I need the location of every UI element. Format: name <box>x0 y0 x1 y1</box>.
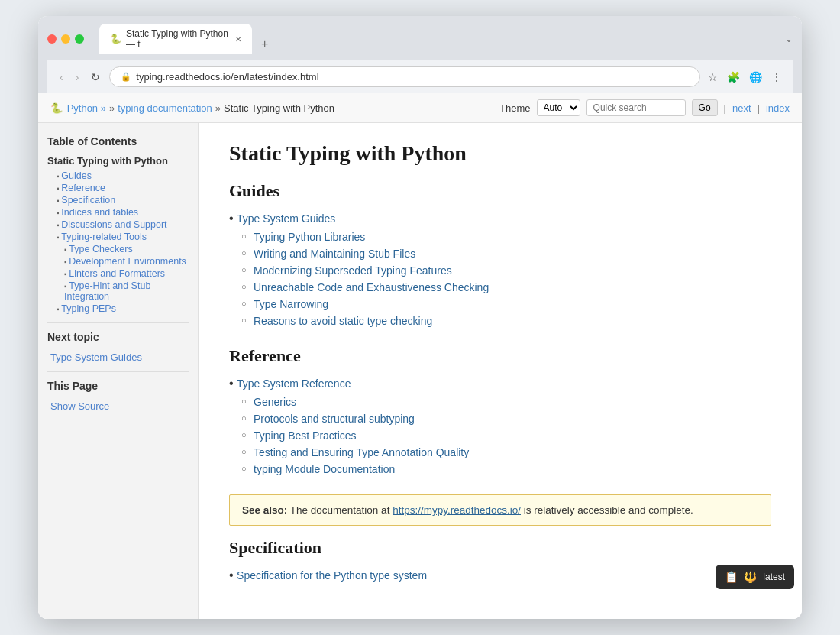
see-also-text2: is relatively accessible and complete. <box>524 504 693 516</box>
menu-button[interactable]: ⋮ <box>770 70 783 85</box>
refresh-button[interactable]: ↻ <box>88 70 103 85</box>
sidebar-item-discussions[interactable]: Discussions and Support <box>47 219 189 231</box>
bookmark-button[interactable]: ☆ <box>706 70 719 85</box>
python-favicon: 🐍 <box>50 102 63 114</box>
search-input[interactable] <box>586 99 686 116</box>
minimize-button[interactable] <box>61 34 70 44</box>
protocols-link[interactable]: Protocols and structural subtyping <box>254 413 415 425</box>
modernizing-link[interactable]: Modernizing Superseded Typing Features <box>254 264 452 277</box>
sidebar-item-indices[interactable]: Indices and tables <box>47 206 189 219</box>
show-source-link[interactable]: Show Source <box>47 400 189 413</box>
back-button[interactable]: ‹ <box>57 70 66 85</box>
sidebar-section-next: Next topic Type System Guides <box>47 331 189 364</box>
specification-list: Specification for the Python type system <box>229 569 771 582</box>
tab-favicon: 🐍 <box>110 34 121 44</box>
see-also-box: See also: The documentation at https://m… <box>229 494 771 526</box>
browser-chrome: 🐍 Static Typing with Python — t ✕ + ⌄ ‹ … <box>38 16 802 93</box>
topbar-right: Theme Auto Light Dark Go | next | index <box>499 99 790 116</box>
browser-more-button[interactable]: ⌄ <box>785 34 793 44</box>
next-topic-link[interactable]: Type System Guides <box>47 351 189 364</box>
sidebar-item-typing-tools[interactable]: Typing-related Tools <box>47 231 189 243</box>
main-content: Static Typing with Python Guides Type Sy… <box>199 123 802 619</box>
list-item-type-system-ref: Type System Reference Generics Protocols… <box>229 377 771 476</box>
typing-best-practices-link[interactable]: Typing Best Practices <box>254 429 357 442</box>
theme-select[interactable]: Auto Light Dark <box>537 99 580 116</box>
breadcrumb-python[interactable]: 🐍 Python » <box>50 102 106 114</box>
sidebar-item-dev-envs[interactable]: Development Environments <box>47 255 189 267</box>
new-tab-button[interactable]: + <box>255 34 274 54</box>
guides-list: Type System Guides Typing Python Librari… <box>229 212 771 328</box>
type-system-guides-link[interactable]: Type System Guides <box>237 212 335 225</box>
typing-module-link[interactable]: typing Module Documentation <box>254 463 395 475</box>
list-item-unreachable: Unreachable Code and Exhaustiveness Chec… <box>241 280 771 294</box>
sidebar-static-typing: Static Typing with Python <box>47 155 189 167</box>
sidebar-item-type-hint-stub[interactable]: Type-Hint and Stub Integration <box>47 280 189 303</box>
profile-button[interactable]: 🌐 <box>748 70 764 85</box>
breadcrumb-sep2: » <box>215 102 221 114</box>
index-link[interactable]: index <box>766 102 790 114</box>
badge-icon2: 🔱 <box>744 571 757 583</box>
address-bar[interactable]: 🔒 typing.readthedocs.io/en/latest/index.… <box>109 66 700 87</box>
list-item-stub-files: Writing and Maintaining Stub Files <box>241 247 771 261</box>
stub-files-link[interactable]: Writing and Maintaining Stub Files <box>254 248 415 260</box>
type-narrowing-link[interactable]: Type Narrowing <box>254 298 328 310</box>
list-item-generics: Generics <box>241 395 771 409</box>
type-system-reference-link[interactable]: Type System Reference <box>237 377 351 390</box>
list-item-specification: Specification for the Python type system <box>229 569 771 582</box>
sidebar-item-linters[interactable]: Linters and Formatters <box>47 267 189 280</box>
guides-heading: Guides <box>229 181 771 201</box>
list-item-type-narrowing: Type Narrowing <box>241 297 771 311</box>
page-title: Static Typing with Python <box>229 141 771 166</box>
topbar-sep: | <box>724 102 726 114</box>
lock-icon: 🔒 <box>121 72 131 82</box>
sidebar-item-reference[interactable]: Reference <box>47 182 189 194</box>
breadcrumb: 🐍 Python » » typing documentation » Stat… <box>50 102 334 114</box>
maximize-button[interactable] <box>75 34 84 44</box>
address-bar-actions: ☆ 🧩 🌐 ⋮ <box>706 70 783 85</box>
badge-version: latest <box>763 572 785 582</box>
sidebar: Table of Contents Static Typing with Pyt… <box>38 123 199 619</box>
breadcrumb-typing-docs[interactable]: typing documentation <box>118 102 212 114</box>
topbar-sep2: | <box>758 102 760 114</box>
docs-topbar: 🐍 Python » » typing documentation » Stat… <box>38 93 802 123</box>
next-link[interactable]: next <box>732 102 751 114</box>
sidebar-item-type-checkers[interactable]: Type Checkers <box>47 243 189 255</box>
browser-window: 🐍 Static Typing with Python — t ✕ + ⌄ ‹ … <box>38 16 802 619</box>
this-page-heading: This Page <box>47 380 189 392</box>
traffic-lights <box>47 34 84 44</box>
sidebar-item-guides[interactable]: Guides <box>47 170 189 182</box>
unreachable-link[interactable]: Unreachable Code and Exhaustiveness Chec… <box>254 281 489 293</box>
list-item-typing-module: typing Module Documentation <box>241 462 771 476</box>
list-item-reasons-avoid: Reasons to avoid static type checking <box>241 314 771 328</box>
sidebar-item-specification[interactable]: Specification <box>47 194 189 206</box>
reference-heading: Reference <box>229 346 771 366</box>
tab-title: Static Typing with Python — t <box>126 28 231 50</box>
theme-label: Theme <box>499 102 530 114</box>
see-also-label: See also: <box>242 504 287 516</box>
typing-python-libs-link[interactable]: Typing Python Libraries <box>254 231 365 243</box>
tab-close-button[interactable]: ✕ <box>235 35 241 44</box>
list-item-typing-python-libs: Typing Python Libraries <box>241 230 771 244</box>
list-item-protocols: Protocols and structural subtyping <box>241 412 771 426</box>
sidebar-section-main: Static Typing with Python Guides Referen… <box>47 155 189 315</box>
sidebar-item-typing-peps[interactable]: Typing PEPs <box>47 303 189 315</box>
reasons-avoid-link[interactable]: Reasons to avoid static type checking <box>254 315 432 327</box>
active-tab[interactable]: 🐍 Static Typing with Python — t ✕ <box>99 24 252 54</box>
list-item-typing-best-practices: Typing Best Practices <box>241 429 771 442</box>
list-item-modernizing: Modernizing Superseded Typing Features <box>241 264 771 277</box>
generics-link[interactable]: Generics <box>254 396 296 408</box>
forward-button[interactable]: › <box>73 70 82 85</box>
extensions-button[interactable]: 🧩 <box>725 70 741 85</box>
specification-link[interactable]: Specification for the Python type system <box>237 569 427 582</box>
see-also-link[interactable]: https://mypy.readthedocs.io/ <box>393 504 521 516</box>
reference-sublist: Generics Protocols and structural subtyp… <box>241 395 771 476</box>
testing-link[interactable]: Testing and Ensuring Type Annotation Qua… <box>254 446 469 458</box>
close-button[interactable] <box>47 34 57 44</box>
reference-list: Type System Reference Generics Protocols… <box>229 377 771 476</box>
list-item-testing: Testing and Ensuring Type Annotation Qua… <box>241 445 771 459</box>
list-item-type-system-guides: Type System Guides Typing Python Librari… <box>229 212 771 328</box>
go-button[interactable]: Go <box>692 99 718 116</box>
badge-icon1: 📋 <box>725 571 738 583</box>
see-also-text: The documentation at <box>290 504 390 516</box>
next-topic-heading: Next topic <box>47 331 189 343</box>
